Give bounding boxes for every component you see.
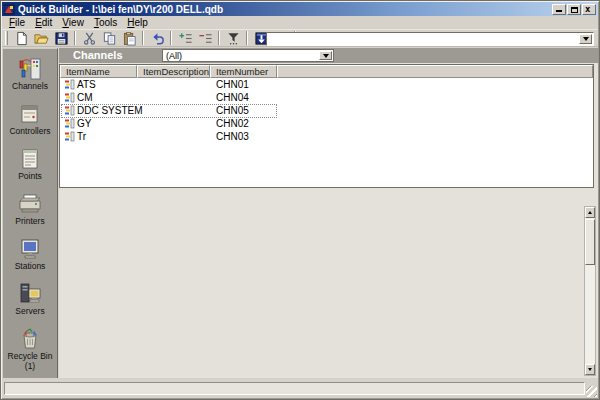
sidebar-item-controllers[interactable]: Controllers (3, 102, 57, 147)
table-row[interactable]: GY CHN02 (60, 117, 593, 130)
status-message (4, 382, 585, 395)
channels-icon (17, 57, 43, 81)
chevron-down-icon (323, 54, 329, 58)
sidebar-item-points[interactable]: Points (3, 147, 57, 192)
list-header: ItemName ItemDescription ItemNumber (60, 65, 593, 78)
menu-tools[interactable]: Tools (89, 16, 122, 29)
column-header-itemdescription[interactable]: ItemDescription (137, 65, 210, 78)
app-icon (4, 4, 15, 15)
toolbar-separator (218, 31, 220, 45)
table-row[interactable]: CM CHN04 (60, 91, 593, 104)
scrollbar-thumb[interactable] (585, 219, 595, 265)
new-button[interactable] (11, 30, 31, 47)
paste-button[interactable] (119, 30, 139, 47)
item-number: CHN05 (210, 105, 277, 116)
maximize-button[interactable] (567, 4, 581, 15)
filter-combobox[interactable]: (All) (162, 49, 334, 62)
item-number: CHN02 (210, 118, 277, 129)
cut-button[interactable] (79, 30, 99, 47)
remove-item-icon (198, 31, 213, 46)
sidebar-item-sublabel: (1) (25, 362, 35, 371)
remove-item-button[interactable] (195, 30, 215, 47)
stations-icon (17, 237, 43, 261)
channel-item-icon (64, 105, 75, 116)
open-folder-icon (34, 31, 49, 46)
sidebar: Channels Controllers (2, 48, 58, 378)
main-area: Channels Controllers (2, 48, 598, 378)
column-header-itemname[interactable]: ItemName (60, 65, 137, 78)
sidebar-item-channels[interactable]: Channels (3, 57, 57, 102)
add-item-icon (178, 31, 193, 46)
sidebar-item-recycle-bin[interactable]: Recycle Bin (1) (3, 327, 57, 372)
filter-dropdown-button[interactable] (319, 51, 332, 60)
scroll-down-button[interactable] (585, 364, 595, 375)
toolbar (2, 29, 598, 47)
chevron-down-icon (583, 37, 589, 41)
printers-icon (17, 192, 43, 216)
table-row[interactable]: Tr CHN03 (60, 130, 593, 143)
close-button[interactable]: x (582, 4, 596, 15)
save-icon (54, 31, 69, 46)
vertical-scrollbar[interactable] (584, 206, 596, 376)
toolbar-combobox[interactable] (266, 32, 594, 46)
sidebar-item-label: Recycle Bin (8, 352, 53, 361)
item-number: CHN01 (210, 79, 277, 90)
window-title: Quick Builder - I:\bei fen\DY\r200 DELL.… (18, 4, 223, 15)
toolbar-grip[interactable] (5, 31, 8, 45)
sidebar-item-label: Printers (15, 217, 44, 226)
sidebar-item-label: Stations (15, 262, 46, 271)
table-row[interactable]: ATS CHN01 (60, 78, 593, 91)
sidebar-item-stations[interactable]: Stations (3, 237, 57, 282)
sidebar-item-label: Servers (15, 307, 44, 316)
channel-item-icon (64, 79, 75, 90)
sidebar-item-label: Controllers (9, 127, 50, 136)
item-name: GY (77, 118, 91, 129)
controllers-icon (17, 102, 43, 126)
sidebar-item-servers[interactable]: Servers (3, 282, 57, 327)
undo-icon (150, 31, 165, 46)
chevron-down-icon (588, 368, 592, 371)
column-header-itemnumber[interactable]: ItemNumber (210, 65, 277, 78)
menu-edit[interactable]: Edit (30, 16, 57, 29)
add-item-button[interactable] (175, 30, 195, 47)
minimize-icon (556, 10, 562, 12)
item-name: CM (77, 92, 93, 103)
undo-button[interactable] (147, 30, 167, 47)
toolbar-separator (170, 31, 172, 45)
copy-button[interactable] (99, 30, 119, 47)
sidebar-item-label: Points (18, 172, 42, 181)
sidebar-item-printers[interactable]: Printers (3, 192, 57, 237)
filter-button[interactable] (223, 30, 243, 47)
lower-panel (59, 188, 598, 378)
channel-item-icon (64, 92, 75, 103)
resize-grip-icon[interactable] (586, 386, 597, 397)
channel-item-icon (64, 118, 75, 129)
menu-view[interactable]: View (57, 16, 89, 29)
channels-list: ItemName ItemDescription ItemNumber ATS (59, 64, 594, 188)
menu-help[interactable]: Help (122, 16, 153, 29)
scroll-up-button[interactable] (585, 207, 595, 218)
item-number: CHN03 (210, 131, 277, 142)
column-header-filler (277, 65, 593, 78)
item-name: DDC SYSTEM (77, 105, 143, 116)
points-icon (17, 147, 43, 171)
item-number: CHN04 (210, 92, 277, 103)
toolbar-separator (246, 31, 248, 45)
status-bar (2, 379, 598, 398)
filter-icon (226, 31, 241, 46)
minimize-button[interactable] (552, 4, 566, 15)
save-button[interactable] (51, 30, 71, 47)
toolbar-combobox-dropdown-button[interactable] (579, 34, 592, 44)
item-name: Tr (77, 131, 86, 142)
cut-icon (82, 31, 97, 46)
copy-icon (102, 31, 117, 46)
page-title: Channels (73, 49, 123, 61)
open-button[interactable] (31, 30, 51, 47)
toolbar-separator (142, 31, 144, 45)
paste-icon (122, 31, 137, 46)
servers-icon (17, 282, 43, 306)
content-header: Channels (All) (59, 48, 598, 63)
table-row[interactable]: DDC SYSTEM CHN05 (60, 104, 593, 117)
titlebar[interactable]: Quick Builder - I:\bei fen\DY\r200 DELL.… (2, 2, 598, 16)
menu-file[interactable]: File (4, 16, 30, 29)
